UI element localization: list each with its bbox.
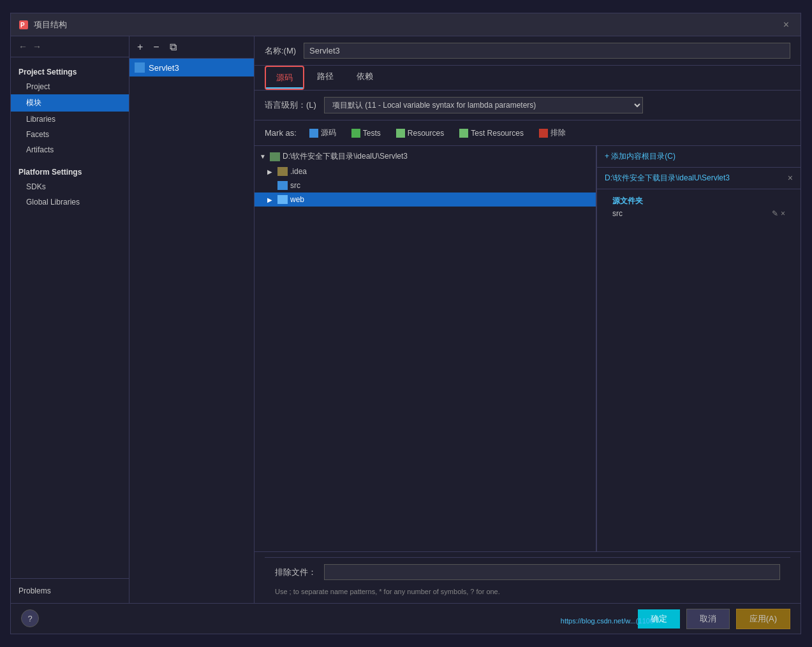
mark-source-button[interactable]: 源码: [304, 126, 341, 140]
lang-level-select[interactable]: 项目默认 (11 - Local variable syntax for lam…: [324, 97, 643, 113]
mark-test-resources-button[interactable]: Test Resources: [454, 127, 529, 140]
name-input[interactable]: [304, 43, 790, 59]
lang-row: 语言级别：(L) 项目默认 (11 - Local variable synta…: [255, 91, 801, 120]
dialog-content: ← → Project Settings Project 模块 Librarie…: [11, 36, 801, 603]
module-item-servlet3[interactable]: Servlet3: [129, 59, 254, 76]
exclude-input[interactable]: [324, 564, 780, 580]
mark-as-label: Mark as:: [265, 128, 297, 138]
sidebar: ← → Project Settings Project 模块 Librarie…: [11, 36, 129, 603]
name-row: 名称:(M): [255, 36, 801, 66]
forward-button[interactable]: →: [33, 41, 41, 52]
idea-folder-icon: [277, 167, 288, 176]
src-folder-actions: ✎ ×: [772, 209, 785, 218]
expand-arrow-idea: ▶: [267, 168, 275, 175]
source-folder-section: 源文件夹 src ✎ ×: [597, 189, 801, 224]
source-folder-label: 源文件夹: [605, 193, 793, 207]
sidebar-item-problems[interactable]: Problems: [11, 578, 129, 603]
add-module-button[interactable]: +: [135, 40, 145, 54]
right-panel: 名称:(M) 源码 路径 依赖 语言级别：(L) 项目默认 (11 -: [255, 36, 801, 603]
remove-src-button[interactable]: ×: [781, 209, 785, 218]
remove-dir-button[interactable]: ×: [788, 173, 793, 183]
source-dir-path: D:\软件安全下载目录\idealU\Servlet3: [605, 173, 730, 182]
module-icon: [135, 62, 145, 73]
expand-arrow-root: ▼: [260, 153, 267, 160]
src-folder-entry: src ✎ ×: [605, 207, 793, 221]
project-settings-header: Project Settings: [11, 62, 129, 79]
module-name: Servlet3: [149, 63, 179, 73]
sidebar-item-artifacts[interactable]: Artifacts: [11, 142, 129, 157]
navigation-row: ← →: [11, 36, 129, 57]
tests-icon: [351, 129, 360, 138]
tab-source[interactable]: 源码: [265, 66, 304, 90]
edit-src-button[interactable]: ✎: [772, 209, 778, 218]
src-label: src: [290, 181, 300, 190]
resources-icon: [396, 129, 405, 138]
excluded-icon: [539, 129, 548, 138]
tab-path[interactable]: 路径: [307, 66, 344, 90]
tree-item-src[interactable]: src: [255, 178, 596, 193]
exclude-label: 排除文件：: [275, 567, 316, 578]
sidebar-item-facets[interactable]: Facets: [11, 127, 129, 142]
tree-item-idea[interactable]: ▶ .idea: [255, 164, 596, 178]
sidebar-item-project[interactable]: Project: [11, 79, 129, 94]
help-button[interactable]: ?: [21, 609, 39, 627]
tree-item-web[interactable]: ▶ web: [255, 193, 596, 207]
svg-text:P: P: [20, 22, 25, 29]
footer-link[interactable]: https://blog.csdn.net/w...(1106: [561, 617, 654, 625]
exclude-row: 排除文件：: [265, 557, 790, 586]
src-folder-name: src: [612, 209, 623, 218]
close-button[interactable]: ×: [779, 18, 793, 32]
app-icon: P: [18, 20, 29, 30]
platform-settings-header: Platform Settings: [11, 163, 129, 179]
source-dir-item: D:\软件安全下载目录\idealU\Servlet3 ×: [597, 168, 801, 189]
content-split: ▼ D:\软件安全下载目录\idealU\Servlet3 ▶ .idea sr…: [255, 146, 801, 551]
mark-tests-button[interactable]: Tests: [346, 127, 386, 140]
module-list: + − ⧉ Servlet3: [129, 36, 255, 603]
file-tree[interactable]: ▼ D:\软件安全下载目录\idealU\Servlet3 ▶ .idea sr…: [255, 146, 596, 551]
web-label: web: [290, 195, 304, 204]
source-panel: + 添加内容根目录(C) D:\软件安全下载目录\idealU\Servlet3…: [596, 146, 801, 551]
exclude-hint: Use ; to separate name patterns, * for a…: [265, 586, 790, 600]
sidebar-item-modules[interactable]: 模块: [11, 94, 129, 112]
tabs-row: 源码 路径 依赖: [255, 66, 801, 91]
mark-resources-button[interactable]: Resources: [391, 127, 449, 140]
tab-deps[interactable]: 依赖: [346, 66, 383, 90]
footer: ? https://blog.csdn.net/w...(1106 确定 取消 …: [11, 603, 801, 634]
name-label: 名称:(M): [265, 45, 296, 57]
source-panel-header: + 添加内容根目录(C): [597, 146, 801, 168]
idea-label: .idea: [290, 167, 307, 176]
sidebar-nav: Project Settings Project 模块 Libraries Fa…: [11, 57, 129, 578]
src-folder-icon: [277, 181, 288, 190]
tree-item-root[interactable]: ▼ D:\软件安全下载目录\idealU\Servlet3: [255, 149, 596, 164]
add-content-root-button[interactable]: + 添加内容根目录(C): [605, 151, 675, 162]
lang-label: 语言级别：(L): [265, 99, 316, 111]
sidebar-item-global-libraries[interactable]: Global Libraries: [11, 194, 129, 210]
remove-module-button[interactable]: −: [151, 40, 161, 54]
apply-button[interactable]: 应用(A): [736, 609, 790, 629]
module-toolbar: + − ⧉: [129, 36, 254, 59]
web-folder-icon: [277, 195, 288, 204]
bottom-section: 排除文件： Use ; to separate name patterns, *…: [255, 551, 801, 603]
test-resources-icon: [459, 129, 468, 138]
back-button[interactable]: ←: [18, 41, 27, 52]
expand-arrow-web: ▶: [267, 196, 275, 203]
root-folder-icon: [270, 152, 280, 161]
root-path-label: D:\软件安全下载目录\idealU\Servlet3: [283, 151, 408, 162]
mark-as-row: Mark as: 源码 Tests Resources Test Resourc…: [255, 120, 801, 146]
mark-excluded-button[interactable]: 排除: [534, 126, 571, 140]
source-icon: [309, 129, 318, 138]
cancel-button[interactable]: 取消: [686, 609, 730, 629]
sidebar-item-sdks[interactable]: SDKs: [11, 179, 129, 194]
sidebar-item-libraries[interactable]: Libraries: [11, 112, 129, 127]
title-bar: P 项目结构 ×: [11, 13, 801, 36]
copy-module-button[interactable]: ⧉: [167, 40, 179, 54]
project-structure-dialog: P 项目结构 × ← → Project Settings Project 模块…: [10, 13, 801, 634]
dialog-title: 项目结构: [34, 19, 779, 31]
